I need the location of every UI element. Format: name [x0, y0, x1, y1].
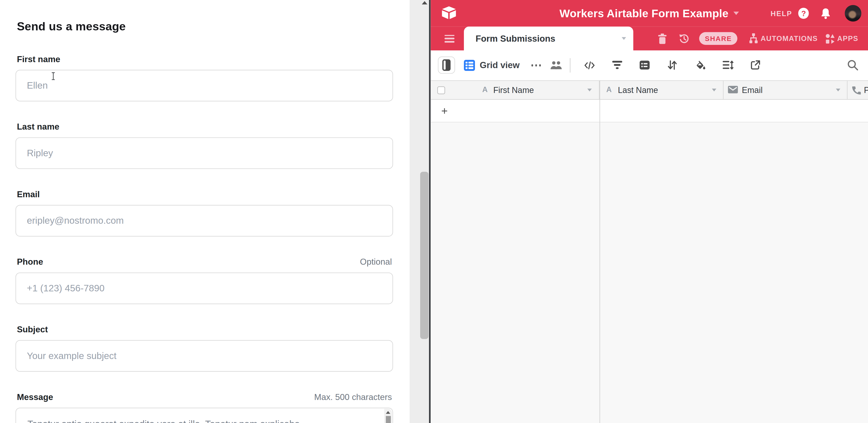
column-header-phone[interactable]: Phone	[847, 81, 868, 99]
table-tab-label: Form Submissions	[476, 34, 555, 43]
scrollbar-up-arrow-icon[interactable]	[422, 1, 427, 4]
base-title[interactable]: Workers Airtable Form Example	[560, 7, 728, 20]
hamburger-menu-icon[interactable]	[444, 34, 455, 44]
airtable-window: Workers Airtable Form Example HELP ? For…	[431, 0, 868, 423]
email-label: Email	[17, 189, 40, 199]
phone-input[interactable]	[15, 272, 393, 304]
message-text: Tenetur optio quaerat expedita vero et i…	[16, 408, 393, 423]
airtable-logo-icon[interactable]	[441, 5, 457, 21]
message-label: Message	[17, 392, 53, 402]
grid-header-row: A First Name A Last Name Email	[431, 80, 868, 100]
form-heading: Send us a message	[17, 20, 393, 33]
first-name-label: First name	[17, 54, 60, 64]
text-field-type-icon: A	[482, 85, 488, 93]
last-name-input[interactable]	[15, 138, 393, 169]
phone-label: Phone	[17, 257, 43, 267]
text-field-type-icon: A	[606, 85, 612, 93]
filter-icon[interactable]	[612, 61, 623, 70]
base-title-chevron-icon[interactable]	[734, 12, 739, 15]
view-sidebar-toggle-button[interactable]	[438, 57, 455, 74]
text-cursor-icon	[51, 72, 56, 80]
add-row[interactable]: +	[431, 100, 868, 122]
phone-optional-hint: Optional	[360, 257, 392, 267]
column-chevron-icon[interactable]	[712, 88, 716, 91]
apps-button[interactable]: APPS	[837, 34, 858, 42]
help-button[interactable]: HELP	[771, 9, 792, 18]
first-name-input[interactable]	[15, 70, 393, 101]
subject-input[interactable]	[15, 340, 393, 372]
share-view-icon[interactable]	[750, 60, 761, 71]
sidebar-toggle-icon	[442, 59, 450, 71]
user-avatar[interactable]	[845, 5, 862, 22]
apps-icon[interactable]	[826, 34, 835, 43]
color-icon[interactable]	[694, 60, 706, 70]
page-scrollbar[interactable]	[409, 0, 429, 423]
last-name-field: Last name	[15, 122, 393, 169]
email-input[interactable]	[15, 205, 393, 237]
row-height-icon[interactable]	[722, 61, 734, 70]
table-tab-chevron-icon[interactable]	[622, 37, 626, 40]
hide-fields-icon[interactable]	[584, 60, 595, 70]
automations-icon[interactable]	[748, 33, 758, 44]
notifications-bell-icon[interactable]	[820, 7, 831, 19]
column-header-first-name[interactable]: A First Name	[431, 81, 599, 99]
message-scrollbar[interactable]	[384, 409, 392, 423]
page-scrollbar-thumb[interactable]	[420, 172, 428, 339]
last-name-label: Last name	[17, 122, 59, 132]
view-name[interactable]: Grid view	[480, 60, 520, 70]
group-icon[interactable]	[640, 61, 650, 70]
select-all-checkbox[interactable]	[437, 87, 445, 94]
toolbar-divider	[570, 58, 571, 72]
first-name-field: First name	[15, 54, 393, 101]
message-max-hint: Max. 500 characters	[314, 392, 392, 402]
subject-field: Subject	[15, 325, 393, 372]
scroll-up-arrow-icon[interactable]	[385, 411, 390, 414]
airtable-tabbar: Form Submissions SHARE	[431, 27, 868, 51]
column-header-email[interactable]: Email	[723, 81, 847, 99]
envelope-icon	[728, 86, 738, 93]
share-button[interactable]: SHARE	[700, 32, 737, 45]
contact-form-panel: Send us a message First name Last name E…	[0, 0, 409, 423]
screen: Send us a message First name Last name E…	[0, 0, 868, 423]
sort-icon[interactable]	[668, 60, 677, 71]
column-chevron-icon[interactable]	[836, 88, 840, 91]
search-icon[interactable]	[847, 59, 859, 71]
email-field: Email	[15, 189, 393, 237]
airtable-topbar: Workers Airtable Form Example HELP ?	[431, 0, 868, 27]
column-header-last-name[interactable]: A Last Name	[599, 81, 723, 99]
add-row-plus-icon[interactable]: +	[441, 105, 448, 118]
view-toolbar: Grid view	[431, 51, 868, 80]
table-tab-form-submissions[interactable]: Form Submissions	[464, 27, 633, 51]
more-icon[interactable]	[531, 64, 541, 66]
frozen-column-divider[interactable]	[599, 80, 600, 423]
grid-empty-area	[431, 122, 868, 423]
help-question-icon[interactable]: ?	[798, 8, 809, 19]
automations-button[interactable]: AUTOMATIONS	[761, 34, 818, 42]
message-scrollbar-thumb[interactable]	[385, 416, 391, 423]
phone-field: Phone Optional	[15, 257, 393, 304]
history-icon[interactable]	[678, 33, 690, 44]
subject-label: Subject	[17, 325, 48, 334]
column-chevron-icon[interactable]	[587, 88, 592, 91]
trash-icon[interactable]	[658, 33, 667, 44]
grid-view-icon[interactable]	[464, 60, 475, 71]
message-field: Message Max. 500 characters Tenetur opti…	[15, 392, 393, 423]
phone-icon	[851, 86, 861, 95]
message-textarea[interactable]: Tenetur optio quaerat expedita vero et i…	[15, 407, 393, 423]
collaborators-icon[interactable]	[550, 61, 563, 70]
